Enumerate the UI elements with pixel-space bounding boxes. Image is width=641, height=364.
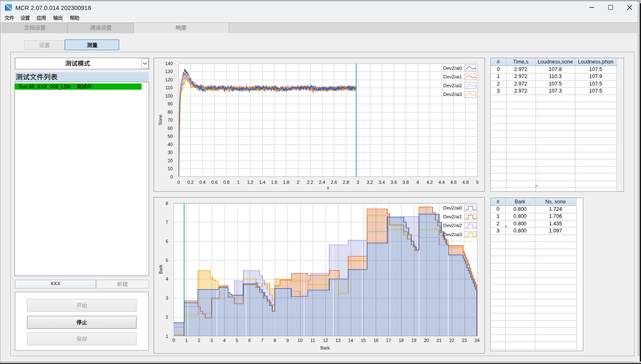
- svg-text:0.8: 0.8: [223, 180, 230, 185]
- svg-text:60: 60: [168, 126, 173, 131]
- svg-text:3: 3: [357, 180, 359, 185]
- svg-text:6: 6: [248, 338, 251, 343]
- svg-text:2.2: 2.2: [307, 180, 313, 185]
- svg-text:2.8: 2.8: [343, 180, 349, 185]
- svg-text:21: 21: [437, 338, 442, 343]
- svg-text:3.6: 3.6: [391, 180, 397, 185]
- svg-text:Dev2/ai2: Dev2/ai2: [443, 83, 462, 88]
- svg-text:24: 24: [475, 338, 480, 343]
- svg-text:0.4: 0.4: [199, 180, 206, 185]
- svg-text:17: 17: [386, 338, 391, 343]
- svg-text:90: 90: [168, 101, 173, 106]
- svg-text:140: 140: [165, 61, 173, 66]
- svg-text:15: 15: [361, 338, 366, 343]
- svg-text:40: 40: [168, 142, 173, 147]
- svg-text:22: 22: [449, 338, 454, 343]
- svg-text:1: 1: [237, 180, 240, 185]
- svg-text:Sone: Sone: [158, 115, 163, 125]
- svg-text:12: 12: [323, 338, 328, 343]
- svg-text:3: 3: [210, 338, 213, 343]
- svg-text:9: 9: [286, 338, 289, 343]
- svg-text:5: 5: [476, 180, 479, 185]
- svg-text:4: 4: [416, 180, 419, 185]
- svg-text:0: 0: [170, 174, 173, 179]
- svg-text:50: 50: [168, 134, 173, 139]
- svg-text:1.8: 1.8: [283, 180, 289, 185]
- svg-text:0: 0: [172, 338, 175, 343]
- svg-text:3: 3: [166, 296, 168, 300]
- svg-text:4.4: 4.4: [438, 180, 445, 185]
- svg-text:80: 80: [168, 110, 173, 115]
- svg-text:4.2: 4.2: [426, 180, 433, 185]
- svg-text:2.4: 2.4: [319, 180, 325, 185]
- svg-text:3.4: 3.4: [379, 180, 385, 185]
- svg-text:5: 5: [236, 338, 238, 343]
- svg-text:Dev2/ai3: Dev2/ai3: [443, 92, 462, 97]
- svg-text:11: 11: [311, 338, 315, 343]
- svg-text:3.8: 3.8: [403, 180, 409, 185]
- svg-text:100: 100: [165, 93, 173, 98]
- svg-text:18: 18: [399, 338, 404, 343]
- svg-text:4: 4: [223, 338, 225, 343]
- svg-text:16: 16: [373, 338, 378, 343]
- svg-text:8: 8: [166, 201, 168, 206]
- svg-text:10: 10: [168, 166, 173, 171]
- svg-text:10: 10: [298, 338, 303, 343]
- svg-text:1: 1: [185, 338, 188, 343]
- svg-text:110: 110: [165, 85, 173, 90]
- svg-text:120: 120: [165, 77, 173, 82]
- svg-text:0.6: 0.6: [211, 180, 218, 185]
- svg-text:Dev2/ai0: Dev2/ai0: [443, 66, 462, 71]
- svg-text:2.6: 2.6: [331, 180, 337, 185]
- svg-text:4: 4: [166, 276, 168, 281]
- svg-text:1.4: 1.4: [259, 180, 265, 185]
- svg-text:6: 6: [166, 239, 168, 244]
- svg-text:13: 13: [335, 338, 340, 343]
- svg-text:2: 2: [198, 338, 200, 343]
- svg-text:2: 2: [297, 180, 299, 185]
- svg-text:14: 14: [348, 338, 353, 343]
- svg-text:8: 8: [274, 338, 276, 343]
- svg-text:19: 19: [411, 338, 416, 343]
- svg-text:s: s: [327, 185, 329, 190]
- svg-text:7: 7: [166, 220, 168, 225]
- svg-text:2: 2: [166, 315, 168, 320]
- svg-text:4.6: 4.6: [450, 180, 457, 185]
- svg-text:130: 130: [165, 69, 173, 74]
- svg-text:Dev2/ai1: Dev2/ai1: [443, 74, 462, 79]
- svg-text:70: 70: [168, 117, 173, 122]
- svg-text:30: 30: [168, 150, 173, 155]
- svg-text:5: 5: [166, 258, 168, 263]
- svg-text:0.2: 0.2: [187, 180, 193, 185]
- svg-text:1: 1: [166, 334, 168, 339]
- svg-text:Bark: Bark: [158, 264, 163, 274]
- svg-text:Dev2/ai1: Dev2/ai1: [443, 214, 462, 219]
- svg-text:20: 20: [424, 338, 429, 343]
- svg-text:1.2: 1.2: [247, 180, 253, 185]
- svg-text:1.6: 1.6: [271, 180, 277, 185]
- svg-text:Dev2/ai0: Dev2/ai0: [443, 205, 462, 210]
- svg-text:Dev2/ai2: Dev2/ai2: [443, 223, 462, 228]
- svg-text:Dev2/ai3: Dev2/ai3: [443, 232, 462, 237]
- svg-text:20: 20: [168, 158, 173, 163]
- svg-text:Bark: Bark: [320, 345, 330, 350]
- svg-text:0: 0: [177, 180, 180, 185]
- svg-text:7: 7: [261, 338, 263, 343]
- svg-text:3.2: 3.2: [367, 180, 373, 185]
- svg-text:4.8: 4.8: [462, 180, 469, 185]
- svg-text:23: 23: [462, 338, 467, 343]
